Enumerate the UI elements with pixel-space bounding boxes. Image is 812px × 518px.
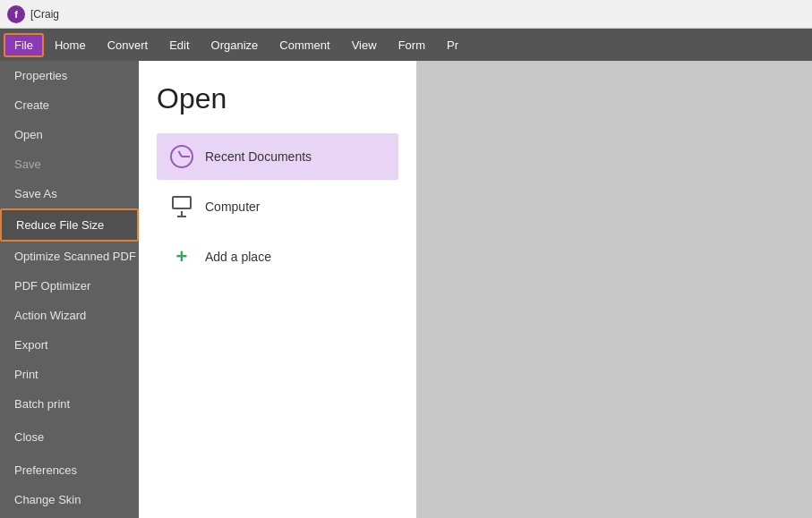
computer-icon [169, 196, 194, 217]
sidebar-item-print[interactable]: Print [0, 360, 139, 389]
sidebar-item-share-with-friends[interactable]: Share with Friends [0, 514, 139, 518]
window-title: [Craig [30, 8, 59, 21]
sidebar-item-create[interactable]: Create [0, 90, 139, 120]
menu-item-file[interactable]: File [4, 33, 44, 57]
computer-label: Computer [205, 200, 260, 214]
monitor-base [177, 216, 186, 217]
sidebar-item-action-wizard[interactable]: Action Wizard [0, 301, 139, 330]
sidebar-item-save-as[interactable]: Save As [0, 179, 139, 208]
menu-item-comment[interactable]: Comment [269, 33, 340, 57]
sidebar-item-batch-print[interactable]: Batch print [0, 389, 139, 419]
recent-documents-label: Recent Documents [205, 149, 312, 164]
open-panel-title: Open [157, 82, 398, 115]
menu-item-protect[interactable]: Pr [436, 33, 469, 57]
sidebar-item-reduce-file-size[interactable]: Reduce File Size [0, 208, 139, 242]
computer-icon-wrap [169, 194, 194, 219]
add-icon: + [176, 247, 188, 267]
menu-item-edit[interactable]: Edit [158, 33, 200, 57]
open-option-add-a-place[interactable]: + Add a place [157, 234, 398, 280]
sidebar-item-close[interactable]: Close [0, 422, 139, 452]
title-bar: f [Craig [0, 0, 812, 29]
sidebar-item-preferences[interactable]: Preferences [0, 455, 139, 485]
clock-minute-hand [182, 156, 190, 157]
app-logo: f [7, 5, 25, 23]
menu-item-form[interactable]: Form [388, 33, 436, 57]
add-place-icon-wrap: + [169, 244, 194, 269]
sidebar-item-properties[interactable]: Properties [0, 61, 139, 90]
clock-icon-wrap [169, 144, 194, 169]
menu-item-home[interactable]: Home [44, 33, 97, 57]
main-content: Properties Create Open Save Save As Redu… [0, 61, 812, 518]
sidebar-item-export[interactable]: Export [0, 330, 139, 360]
clock-icon [170, 145, 193, 168]
sidebar-item-change-skin[interactable]: Change Skin [0, 485, 139, 514]
menu-item-organize[interactable]: Organize [201, 33, 269, 57]
open-panel: Open Recent Documents Computer [139, 61, 416, 518]
open-option-computer[interactable]: Computer [157, 183, 398, 230]
menu-item-view[interactable]: View [341, 33, 388, 57]
sidebar-item-optimize-scanned-pdf[interactable]: Optimize Scanned PDF [0, 242, 139, 271]
monitor-body [172, 196, 192, 209]
sidebar-item-pdf-optimizer[interactable]: PDF Optimizer [0, 271, 139, 301]
open-option-recent-documents[interactable]: Recent Documents [157, 133, 398, 180]
menu-item-convert[interactable]: Convert [97, 33, 159, 57]
add-a-place-label: Add a place [205, 250, 271, 264]
sidebar-item-save[interactable]: Save [0, 149, 139, 179]
menu-bar: File Home Convert Edit Organize Comment … [0, 29, 812, 61]
right-area [416, 61, 812, 518]
sidebar: Properties Create Open Save Save As Redu… [0, 61, 139, 518]
sidebar-item-open[interactable]: Open [0, 120, 139, 149]
